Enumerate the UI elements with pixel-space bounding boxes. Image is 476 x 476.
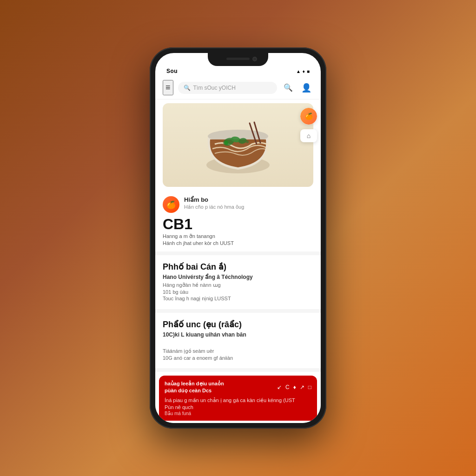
hero-section: 🍊 ⌂ [163,103,313,187]
bottom-bar-text2: Pùn nê quch [165,404,311,410]
notch-camera [252,57,257,61]
search-button[interactable]: 🔍 [282,81,295,94]
notch-speaker [226,58,250,60]
restaurant-name-area: Hiẩm bo Hần cño p iác nó hma õug [184,196,313,210]
section-2: Phẩố unc (ẹu (râẩc) 10C)ki L kiuang uihá… [155,313,321,372]
section1-title: Phhố bai Cán ắ) [163,262,313,272]
content-area: 🍊 ⌂ 🍊 Hiẩm bo Hần cño p iác nó hma õug [155,99,321,423]
svg-point-7 [225,141,228,145]
bottom-bar-text3: Bẫu má funá [165,411,311,416]
phone-frame: Sou ▲ ♦ ■ ≡ 🔍 Tìm sOuc yOICH 🔍 👤 [150,47,326,429]
bowl-svg [201,109,275,181]
download-icon[interactable]: ↙ [277,384,282,390]
section1-line3: Touc înag h nagị nịnig LUSST [163,296,313,302]
upload-icon[interactable]: ↗ [300,384,304,390]
nav-bar: ≡ 🔍 Tìm sOuc yOICH 🔍 👤 [155,76,321,99]
search-bar[interactable]: 🔍 Tìm sOuc yOICH [178,82,277,94]
section1-subtitle: Hano Univérsty ẩng â Téchnology [163,274,313,280]
restaurant-name: Hiẩm bo [184,196,313,203]
bottom-bar-action-icons: ↙ C ♦ ↗ □ [277,384,311,390]
section2-subtitle: 10C)ki L kiuang uihán vhan băn [163,331,313,338]
section2-line2: 10G anó car a enoem gf ániiàn [163,355,313,361]
search-icon-small: 🔍 [184,85,191,91]
section2-line1: Tiáánám ịgồ seàm uèr [163,348,313,354]
restaurant-code: CB1 [163,217,313,231]
restaurant-subtitle: Hần cño p iác nó hma õug [184,204,313,210]
box-icon[interactable]: □ [308,384,311,390]
food-image [163,103,313,187]
restaurant-logo: 🍊 [163,196,179,213]
status-right: ▲ ♦ ■ [296,69,310,74]
menu-button[interactable]: ≡ [163,80,173,95]
share-icon[interactable]: ♦ [293,384,296,390]
section2-title: Phẩố unc (ẹu (râẩc) [163,319,313,330]
restaurant-desc2: Hánh ch jhat uher kòr ch UUST [163,240,313,246]
status-time: Sou [166,68,178,74]
restaurant-logo-icon: 🍊 [166,200,176,209]
battery-icon: ■ [307,69,310,74]
bottom-bar[interactable]: haủag Ieeản dẹiu unaỏn pùàn dúọ ceàn Dcs… [159,376,317,421]
bottom-bar-title-line1: haủag Ieeản dẹiu unaỏn [165,380,224,387]
c-icon[interactable]: C [285,384,290,390]
signal-icon: ▲ [296,69,301,74]
bottom-bar-top: haủag Ieeản dẹiu unaỏn pùàn dúọ ceàn Dcs… [165,380,311,395]
home-icon: ⌂ [307,132,311,139]
section1-line2: 101 bg ùàu [163,289,313,295]
notch [208,53,268,66]
svg-point-8 [246,140,249,143]
restaurant-section: 🍊 Hiẩm bo Hần cño p iác nó hma õug CB1 H… [155,191,321,255]
section-1: Phhố bai Cán ắ) Hano Univérsty ẩng â Téc… [155,255,321,313]
home-floating-button[interactable]: ⌂ [300,129,317,142]
section1-line1: Háng ngỡàn hề nànn ɯg [163,282,313,288]
search-placeholder-text: Tìm sOuc yOICH [193,85,271,91]
restaurant-desc1: Hanng a m ỡn tanangn [163,233,313,239]
bottom-bar-title-line2: pùàn dúọ ceàn Dcs [165,387,224,394]
bottom-bar-title-area: haủag Ieeản dẹiu unaỏn pùàn dúọ ceàn Dcs [165,380,224,395]
wifi-icon: ♦ [303,69,305,74]
profile-button[interactable]: 👤 [299,81,313,95]
bottom-bar-text1: Íná piau g mần un chản ị ang gá ca kàn c… [165,397,311,403]
phone-screen: Sou ▲ ♦ ■ ≡ 🔍 Tìm sOuc yOICH 🔍 👤 [155,53,321,423]
restaurant-header: 🍊 Hiẩm bo Hần cño p iác nó hma õug [163,196,313,213]
restaurant-avatar-icon[interactable]: 🍊 [300,108,317,125]
